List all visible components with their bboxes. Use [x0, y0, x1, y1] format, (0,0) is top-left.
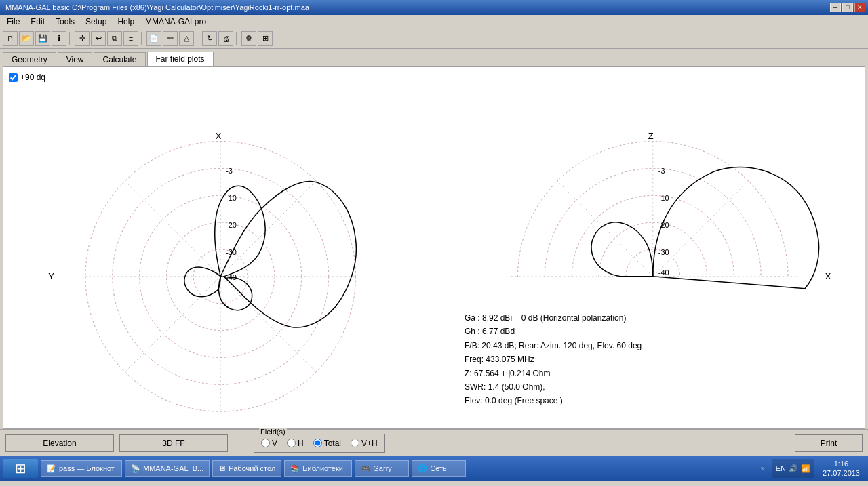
clock-time: 1:16: [834, 459, 848, 468]
menu-mmana-galpro[interactable]: MMANA-GALpro: [140, 16, 212, 27]
toolbar-open[interactable]: 📂: [19, 31, 34, 46]
garry-icon: 🎮: [361, 464, 370, 473]
toolbar-undo[interactable]: ↩: [91, 31, 106, 46]
toolbar-save[interactable]: 💾: [35, 31, 50, 46]
taskbar-overflow[interactable]: »: [757, 464, 769, 472]
taskbar-notepad[interactable]: 📝 pass — Блокнот: [41, 460, 122, 477]
toolbar-new[interactable]: 🗋: [3, 31, 18, 46]
radio-h-label: H: [298, 439, 304, 448]
svg-text:X: X: [825, 271, 831, 281]
tab-far-field-plots[interactable]: Far field plots: [147, 52, 214, 66]
svg-text:-3: -3: [658, 167, 665, 175]
menu-help[interactable]: Help: [112, 16, 140, 27]
print-button[interactable]: Print: [795, 434, 863, 452]
toolbar-align[interactable]: ≡: [123, 31, 138, 46]
fields-label: Field(s): [259, 428, 287, 436]
svg-line-23: [557, 180, 652, 276]
radio-total[interactable]: [313, 439, 322, 447]
info-elev: Elev: 0.0 deg (Free space ): [465, 394, 642, 407]
toolbar-table[interactable]: ⊞: [258, 31, 273, 46]
volume-icon[interactable]: 🔊: [789, 464, 798, 473]
tab-calculate[interactable]: Calculate: [94, 52, 145, 66]
tab-geometry[interactable]: Geometry: [3, 52, 56, 66]
notepad-icon: 📝: [47, 464, 56, 473]
taskbar-clock: 1:16 27.07.2013: [817, 459, 865, 479]
taskbar-mmana[interactable]: 📡 MMANA-GAL_B...: [125, 460, 210, 477]
notepad-label: pass — Блокнот: [59, 464, 115, 472]
bottom-bar: Elevation 3D FF Field(s) V H Total V+H P…: [0, 429, 868, 456]
libraries-label: Библиотеки: [302, 464, 343, 472]
menu-file[interactable]: File: [1, 16, 25, 27]
radio-v-label: V: [272, 439, 277, 448]
radio-v-option[interactable]: V: [261, 439, 277, 448]
toolbar-settings[interactable]: ⚙: [241, 31, 256, 46]
menu-edit[interactable]: Edit: [25, 16, 50, 27]
radio-h[interactable]: [287, 439, 296, 447]
taskbar-garry[interactable]: 🎮 Garry: [355, 460, 409, 477]
toolbar-move[interactable]: ✛: [75, 31, 90, 46]
svg-text:-10: -10: [658, 194, 669, 202]
desktop-icon: 🖥: [218, 464, 226, 472]
elevation-button[interactable]: Elevation: [5, 434, 114, 452]
radio-vh-label: V+H: [361, 439, 378, 448]
3d-ff-button[interactable]: 3D FF: [119, 434, 228, 452]
toolbar-edit[interactable]: ✏: [163, 31, 178, 46]
minimize-button[interactable]: ─: [830, 3, 841, 12]
info-panel: Ga : 8.92 dBi = 0 dB (Horizontal polariz…: [465, 311, 642, 408]
close-button[interactable]: ✕: [854, 3, 865, 12]
system-tray: EN 🔊 📶: [772, 459, 814, 478]
menu-tools[interactable]: Tools: [50, 16, 80, 27]
menu-setup[interactable]: Setup: [80, 16, 112, 27]
clock-date: 27.07.2013: [823, 468, 860, 478]
radio-vh[interactable]: [351, 439, 359, 447]
svg-text:Z: Z: [648, 131, 654, 141]
taskbar: ⊞ 📝 pass — Блокнот 📡 MMANA-GAL_B... 🖥 Ра…: [0, 456, 868, 481]
toolbar-doc[interactable]: 📄: [146, 31, 161, 46]
info-swr: SWR: 1.4 (50.0 Ohm),: [465, 380, 642, 394]
menu-bar: File Edit Tools Setup Help MMANA-GALpro: [0, 15, 868, 28]
fields-group: Field(s) V H Total V+H: [254, 434, 385, 453]
network-icon: 🌐: [418, 464, 427, 473]
info-freq: Freq: 433.075 MHz: [465, 352, 642, 366]
mmana-label: MMANA-GAL_B...: [143, 464, 203, 472]
info-gh: Gh : 6.77 dBd: [465, 325, 642, 338]
svg-text:-20: -20: [226, 221, 237, 229]
title-bar: MMANA-GAL basic C:\Program Files (x86)\Y…: [0, 0, 868, 15]
radio-h-option[interactable]: H: [287, 439, 304, 448]
toolbar: 🗋 📂 💾 ℹ ✛ ↩ ⧉ ≡ 📄 ✏ △ ↻ 🖨 ⚙ ⊞: [0, 28, 868, 49]
garry-label: Garry: [373, 464, 392, 472]
svg-text:-40: -40: [658, 268, 669, 277]
window-controls: ─ □ ✕: [830, 3, 865, 12]
toolbar-info[interactable]: ℹ: [52, 31, 66, 46]
info-fb: F/B: 20.43 dB; Rear: Azim. 120 deg, Elev…: [465, 339, 642, 352]
taskbar-libraries[interactable]: 📚 Библиотеки: [284, 460, 352, 477]
window-title: MMANA-GAL basic C:\Program Files (x86)\Y…: [3, 3, 830, 12]
left-polar-plot: X Y -3 -10 -20 -30 -40: [48, 131, 356, 411]
toolbar-rotate[interactable]: ↻: [202, 31, 217, 46]
right-polar-plot: Z X -3 -10 -20 -30 -40: [511, 131, 831, 289]
taskbar-desktop[interactable]: 🖥 Рабочий стол: [212, 460, 281, 477]
radio-v[interactable]: [261, 439, 270, 447]
radio-vh-option[interactable]: V+H: [351, 439, 378, 448]
info-z: Z: 67.564 + j0.214 Ohm: [465, 367, 642, 380]
tab-view[interactable]: View: [58, 52, 93, 66]
desktop-label: Рабочий стол: [229, 464, 275, 472]
polar-plots-svg: X Y -3 -10 -20 -30 -40: [3, 67, 865, 428]
taskbar-network[interactable]: 🌐 Сеть: [412, 460, 466, 477]
lang-indicator: EN: [776, 464, 786, 472]
toolbar-copy[interactable]: ⧉: [107, 31, 122, 46]
network-tray-icon[interactable]: 📶: [801, 464, 810, 473]
svg-text:X: X: [216, 131, 222, 141]
toolbar-print[interactable]: 🖨: [218, 31, 233, 46]
start-button[interactable]: ⊞: [3, 459, 38, 478]
svg-text:-30: -30: [658, 248, 669, 256]
main-area: +90 dq X Y -3: [3, 66, 865, 429]
tabs-bar: Geometry View Calculate Far field plots: [0, 49, 868, 66]
maximize-button[interactable]: □: [842, 3, 853, 12]
info-ga: Ga : 8.92 dBi = 0 dB (Horizontal polariz…: [465, 311, 642, 325]
toolbar-triangle[interactable]: △: [179, 31, 194, 46]
network-label: Сеть: [430, 464, 446, 472]
radio-total-label: Total: [324, 439, 341, 448]
fields-radio-group: V H Total V+H: [254, 434, 385, 453]
radio-total-option[interactable]: Total: [313, 439, 341, 448]
